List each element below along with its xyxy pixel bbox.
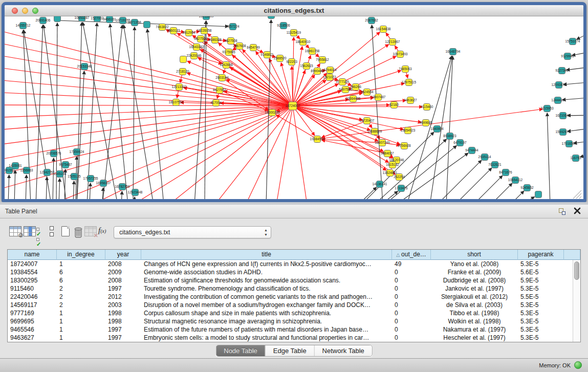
graph-edge[interactable] [59, 179, 60, 199]
table-mode-button[interactable]: ⚙ [9, 226, 21, 236]
column-header-out_de[interactable]: △out_de… [392, 250, 431, 260]
graph-edge[interactable] [46, 177, 47, 199]
graph-edge[interactable] [8, 175, 9, 199]
vertical-scrollbar[interactable] [573, 260, 580, 342]
graph-edge[interactable] [180, 75, 182, 82]
graph-node[interactable] [144, 21, 150, 28]
unselect-all-columns-button[interactable] [50, 226, 54, 236]
graph-node-label: 2803144 [215, 76, 229, 79]
graph-edge[interactable] [296, 108, 386, 170]
graph-edge[interactable] [26, 175, 27, 199]
table-selector-combobox[interactable]: citations_edges.txt ▲▼ [114, 226, 271, 238]
graph-edge[interactable] [358, 187, 376, 199]
close-panel-icon[interactable] [574, 207, 581, 214]
column-header-name[interactable]: name [8, 250, 57, 260]
graph-edge[interactable] [395, 46, 399, 51]
show-columns-button[interactable] [24, 226, 36, 236]
graph-edge[interactable] [510, 191, 524, 199]
graph-edge[interactable] [77, 23, 82, 199]
network-canvas[interactable]: 1405571220891406106532871527002946616110… [5, 16, 583, 199]
graph-edge[interactable] [51, 107, 290, 199]
graph-node[interactable] [535, 191, 542, 198]
graph-edge[interactable] [295, 75, 315, 103]
graph-edge[interactable] [437, 160, 482, 199]
function-builder-button[interactable]: f(x) [98, 226, 106, 235]
graph-edge[interactable] [90, 183, 91, 199]
graph-edge[interactable] [386, 33, 390, 39]
canvas-resize-grip[interactable] [576, 193, 581, 199]
graph-edge[interactable] [177, 91, 179, 98]
table-row[interactable]: 946362711997Embryonic stem cells: a mode… [8, 334, 580, 342]
tab-network-table[interactable]: Network Table [314, 345, 372, 356]
graph-node[interactable] [54, 16, 61, 22]
graph-edge[interactable] [292, 67, 293, 102]
graph-edge[interactable] [87, 23, 97, 199]
graph-edge[interactable] [184, 87, 289, 105]
graph-node-label: 16543382 [189, 45, 204, 49]
graph-edge[interactable] [133, 27, 135, 199]
graph-edge[interactable] [205, 21, 206, 199]
window-titlebar[interactable]: citations_edges.txt [5, 5, 583, 16]
table-row[interactable]: 977716911998Corpus callosum shape and si… [8, 309, 580, 317]
graph-edge[interactable] [473, 176, 503, 199]
graph-edge[interactable] [369, 124, 372, 128]
table-row[interactable]: 1830029562008Estimation of significance … [8, 276, 580, 285]
graph-edge[interactable] [102, 25, 122, 199]
graph-edge[interactable] [53, 158, 54, 199]
canvas-resize-grip[interactable] [579, 196, 581, 199]
graph-edge[interactable] [134, 197, 135, 199]
graph-edge[interactable] [547, 113, 550, 199]
graph-edge[interactable] [406, 73, 408, 78]
graph-node-label: 9146821 [260, 53, 274, 56]
graph-edge[interactable] [276, 115, 314, 138]
graph-edge[interactable] [372, 25, 383, 199]
select-all-columns-button[interactable]: ✓✓ [36, 226, 45, 237]
column-header-year[interactable]: year [105, 250, 141, 260]
graph-edge[interactable] [233, 48, 236, 50]
graph-node[interactable] [180, 56, 187, 63]
column-header-pagerank[interactable]: pagerank [518, 250, 564, 260]
memory-status-indicator[interactable] [574, 361, 582, 369]
graph-edge[interactable] [491, 183, 512, 199]
table-row[interactable]: 946554611997Estimation of the future num… [8, 325, 580, 334]
graph-edge[interactable] [133, 108, 290, 199]
graph-edge[interactable] [296, 106, 422, 107]
graph-edge[interactable] [567, 67, 583, 70]
graph-edge[interactable] [269, 59, 291, 103]
table-row[interactable]: 969969511998Structural magnetic resonanc… [8, 317, 580, 325]
graph-edge[interactable] [169, 108, 290, 199]
graph-edge[interactable] [446, 56, 453, 199]
graph-edge[interactable] [121, 191, 122, 199]
graph-edge[interactable] [407, 56, 451, 199]
column-header-short[interactable]: short [431, 250, 518, 260]
graph-edge[interactable] [521, 197, 534, 199]
table-row[interactable]: 1938455462009Genome-wide association stu… [8, 268, 580, 276]
float-panel-icon[interactable] [559, 208, 565, 215]
column-header-title[interactable]: title [141, 250, 392, 260]
graph-edge[interactable] [374, 139, 446, 199]
tab-edge-table[interactable]: Edge Table [265, 345, 314, 356]
graph-edge[interactable] [5, 54, 289, 105]
table-row[interactable]: 1872400712008Changes of HCN gene express… [8, 260, 580, 268]
table-cell: 2012 [105, 293, 141, 301]
new-table-button[interactable] [61, 226, 70, 236]
scrollbar-thumb[interactable] [574, 261, 579, 280]
graph-edge[interactable] [381, 191, 398, 199]
table-row[interactable]: 2242004622012Investigating the contribut… [8, 293, 580, 301]
graph-edge[interactable] [562, 97, 583, 100]
graph-edge[interactable] [5, 105, 289, 106]
graph-edge[interactable] [396, 153, 468, 199]
delete-columns-button[interactable] [73, 226, 83, 238]
delete-table-button-disabled[interactable]: ✕ [84, 226, 97, 236]
graph-edge[interactable] [256, 49, 263, 53]
table-row[interactable]: 911546021997Tourette syndrome. Phenomeno… [8, 285, 580, 293]
graph-edge[interactable] [577, 31, 583, 39]
table-row[interactable]: 1456911722003Disruption of a novel membe… [8, 301, 580, 309]
graph-edge[interactable] [5, 106, 289, 130]
graph-edge[interactable] [73, 181, 74, 199]
column-header-in_degree[interactable]: in_degree [57, 250, 105, 260]
graph-edge[interactable] [455, 168, 492, 199]
tab-node-table[interactable]: Node Table [216, 345, 265, 356]
graph-edge[interactable] [293, 37, 294, 102]
graph-edge[interactable] [563, 82, 583, 84]
